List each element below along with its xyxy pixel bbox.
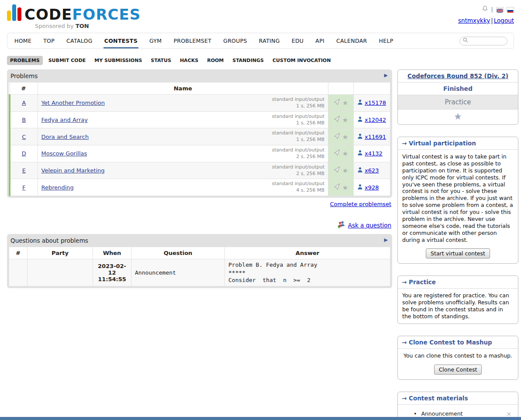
close-icon[interactable]: × <box>505 410 513 417</box>
problem-name-link[interactable]: Rebrending <box>41 184 74 191</box>
problem-row: A Yet Another Promotion standard input/o… <box>10 95 390 112</box>
nav-help[interactable]: HELP <box>378 33 394 48</box>
favorite-contest-star-icon[interactable]: ★ <box>454 111 462 122</box>
subnav-submit-code[interactable]: SUBMIT CODE <box>45 56 89 65</box>
expand-arrow-icon[interactable]: ▶ <box>384 72 388 78</box>
nav-home[interactable]: HOME <box>14 33 32 48</box>
logo-bar-yellow <box>7 10 11 21</box>
complete-problemset-link[interactable]: Complete problemset <box>330 201 391 207</box>
solved-count-link[interactable]: x4132 <box>365 150 383 157</box>
contest-materials-box: → Contest materials • Announcement × • T… <box>397 392 518 420</box>
question-when: 2023-02-12 11:54:55 <box>93 259 131 286</box>
username-link[interactable]: sntmxykky <box>458 17 490 24</box>
problem-name-link[interactable]: Fedya and Array <box>41 117 88 123</box>
problem-letter-link[interactable]: E <box>22 167 26 174</box>
problem-letter-link[interactable]: F <box>22 184 25 191</box>
notification-bell-icon[interactable] <box>482 5 488 13</box>
favorite-star-icon[interactable]: ★ <box>342 150 348 158</box>
nav-contests[interactable]: CONTESTS <box>104 33 138 48</box>
contest-state-label: Finished <box>398 83 518 95</box>
submit-solution-icon[interactable] <box>333 98 341 107</box>
favorite-star-icon[interactable]: ★ <box>342 99 348 107</box>
col-header-name: Name <box>38 83 328 95</box>
problem-letter-link[interactable]: A <box>22 100 26 106</box>
problem-letter-link[interactable]: B <box>22 117 26 123</box>
nav-catalog[interactable]: CATALOG <box>66 33 93 48</box>
nav-calendar[interactable]: CALENDAR <box>335 33 368 48</box>
subnav-hacks[interactable]: HACKS <box>177 56 201 65</box>
submit-solution-icon[interactable] <box>333 115 341 124</box>
submit-solution-icon[interactable] <box>333 149 341 158</box>
russian-flag-icon[interactable] <box>507 7 514 12</box>
solved-count-link[interactable]: x15178 <box>365 100 386 106</box>
virtual-participation-text: Virtual contest is a way to take part in… <box>398 150 518 247</box>
submit-solution-icon[interactable] <box>333 166 341 175</box>
nav-api[interactable]: API <box>314 33 325 48</box>
ask-question-link[interactable]: Ask a question <box>348 222 391 229</box>
solved-user-icon <box>357 184 363 191</box>
solved-count-link[interactable]: x12042 <box>365 117 386 123</box>
subnav-my-submissions[interactable]: MY SUBMISSIONS <box>91 56 145 65</box>
questions-caption: Questions about problems <box>9 236 390 247</box>
solved-user-icon <box>357 116 363 124</box>
start-virtual-contest-button[interactable]: Start virtual contest <box>426 248 490 258</box>
nav-rating[interactable]: RATING <box>258 33 281 48</box>
favorite-star-icon[interactable]: ★ <box>342 133 348 141</box>
material-announcement-link[interactable]: Announcement <box>421 410 505 417</box>
problem-letter-link[interactable]: C <box>22 134 26 140</box>
favorite-star-icon[interactable]: ★ <box>342 183 348 191</box>
clone-contest-button[interactable]: Clone Contest <box>434 365 482 375</box>
search-input[interactable] <box>470 38 504 45</box>
sidebar: Codeforces Round 852 (Div. 2) Finished P… <box>397 69 518 420</box>
problem-name-link[interactable]: Dora and Search <box>41 134 89 140</box>
codeforces-logo[interactable]: CODEFORCES Sponsored by TON <box>7 4 141 29</box>
problem-name-link[interactable]: Yet Another Promotion <box>41 100 105 106</box>
solved-count-link[interactable]: x623 <box>365 167 379 174</box>
contest-star-row: ★ <box>398 110 518 124</box>
favorite-star-icon[interactable]: ★ <box>342 116 348 124</box>
problems-box: Problems ▶ # Name A <box>7 69 392 198</box>
clone-mashup-box: → Clone Contest to Mashup You can clone … <box>397 336 518 380</box>
subnav-status[interactable]: STATUS <box>148 56 174 65</box>
question-party <box>28 259 93 286</box>
separator: | <box>491 6 493 13</box>
col-header-qnum: # <box>9 247 28 259</box>
search-box[interactable] <box>459 37 507 45</box>
nav-top[interactable]: TOP <box>42 33 55 48</box>
ask-question-row: Ask a question <box>7 220 391 230</box>
expand-arrow-icon[interactable]: ▶ <box>384 237 388 243</box>
problem-name-link[interactable]: Moscow Gorillas <box>41 150 87 157</box>
submit-solution-icon[interactable] <box>333 183 341 192</box>
search-icon <box>463 38 468 44</box>
subnav-problems[interactable]: PROBLEMS <box>7 56 43 65</box>
user-row: sntmxykky|Logout <box>458 17 514 24</box>
problem-letter-link[interactable]: D <box>22 150 26 157</box>
problem-row: D Moscow Gorillas standard input/output2… <box>10 145 390 162</box>
nav-gym[interactable]: GYM <box>148 33 162 48</box>
problem-constraints: standard input/output4 s, 256 MB <box>272 181 324 194</box>
problem-row: F Rebrending standard input/output4 s, 2… <box>10 179 390 196</box>
subnav-standings[interactable]: STANDINGS <box>229 56 267 65</box>
english-flag-icon[interactable] <box>496 7 504 12</box>
logout-link[interactable]: Logout <box>494 17 514 24</box>
nav-groups[interactable]: GROUPS <box>222 33 248 48</box>
solved-user-icon <box>357 150 363 157</box>
subnav-custom-invocation[interactable]: CUSTOM INVOCATION <box>269 56 334 65</box>
nav-edu[interactable]: EDU <box>291 33 305 48</box>
logo-text-code: CODE <box>24 6 72 23</box>
contest-title-link[interactable]: Codeforces Round 852 (Div. 2) <box>407 72 508 79</box>
favorite-star-icon[interactable]: ★ <box>342 167 348 175</box>
subnav-room[interactable]: ROOM <box>204 56 227 65</box>
col-header-party: Party <box>28 247 93 259</box>
solved-count-link[interactable]: x928 <box>365 184 379 191</box>
problems-table: # Name A Yet Another Promotion standard … <box>9 82 390 196</box>
submit-solution-icon[interactable] <box>333 132 341 141</box>
col-header-icons <box>328 83 354 95</box>
practice-caption: → Practice <box>398 276 518 289</box>
nav-problemset[interactable]: PROBLEMSET <box>173 33 212 48</box>
problem-name-link[interactable]: Velepin and Marketing <box>41 167 105 174</box>
sponsored-brand: TON <box>76 23 89 29</box>
col-header-when: When <box>93 247 131 259</box>
solved-count-link[interactable]: x11691 <box>365 134 386 140</box>
questions-box: Questions about problems ▶ # Party When … <box>7 234 392 288</box>
